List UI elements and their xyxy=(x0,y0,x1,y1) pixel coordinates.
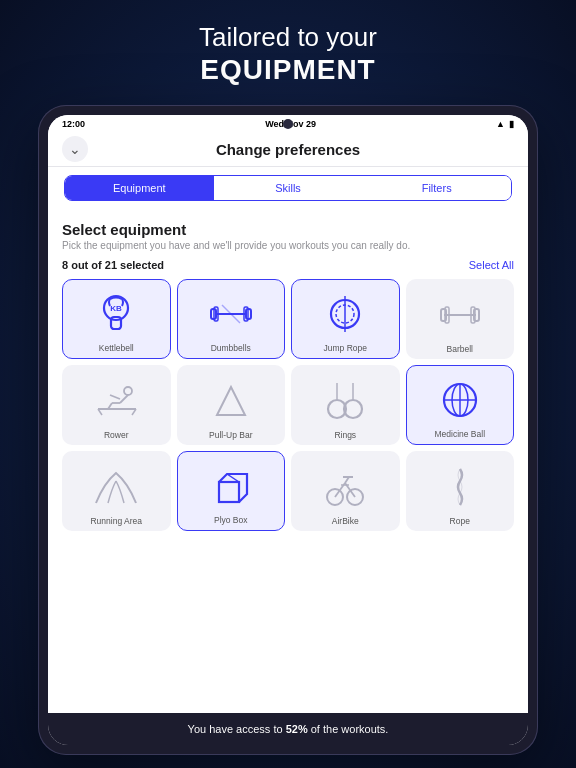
equipment-item-rope[interactable]: Rope xyxy=(406,451,515,531)
tab-equipment[interactable]: Equipment xyxy=(65,176,214,200)
tabs: Equipment Skills Filters xyxy=(64,175,512,201)
equipment-item-rower[interactable]: Rower xyxy=(62,365,171,445)
medicine-ball-icon xyxy=(435,375,485,425)
running-area-icon xyxy=(91,462,141,512)
header-title: Change preferences xyxy=(216,141,360,158)
bottom-text-after: of the workouts. xyxy=(308,723,389,735)
rower-icon xyxy=(91,376,141,426)
tab-filters[interactable]: Filters xyxy=(362,176,511,200)
barbell-icon xyxy=(435,290,485,340)
hero-line2: EQUIPMENT xyxy=(199,53,377,87)
pull-up-bar-label: Pull-Up Bar xyxy=(209,430,252,440)
dumbbells-label: Dumbbells xyxy=(211,343,251,353)
pull-up-bar-icon xyxy=(206,376,256,426)
jump-rope-label: Jump Rope xyxy=(324,343,367,353)
airbike-label: AirBike xyxy=(332,516,359,526)
svg-line-38 xyxy=(227,474,239,482)
running-area-label: Running Area xyxy=(90,516,142,526)
tablet-screen: 12:00 Wed Nov 29 ▲ ▮ ⌄ Change preference… xyxy=(48,115,528,745)
section-title: Select equipment xyxy=(62,221,514,238)
header: ⌄ Change preferences xyxy=(48,133,528,167)
rower-label: Rower xyxy=(104,430,129,440)
selection-count: 8 out of 21 selected xyxy=(62,259,164,271)
rope-label: Rope xyxy=(450,516,470,526)
svg-text:KB: KB xyxy=(110,304,122,313)
plyo-box-icon xyxy=(206,461,256,511)
equipment-item-airbike[interactable]: AirBike xyxy=(291,451,400,531)
equipment-item-medicine-ball[interactable]: Medicine Ball xyxy=(406,365,515,445)
tabs-container: Equipment Skills Filters xyxy=(48,167,528,211)
select-all-button[interactable]: Select All xyxy=(469,259,514,271)
svg-rect-35 xyxy=(219,482,239,502)
plyo-box-label: Plyo Box xyxy=(214,515,248,525)
content-area: Select equipment Pick the equipment you … xyxy=(48,211,528,713)
hero-line1: Tailored to your xyxy=(199,22,377,53)
kettlebell-icon: KB xyxy=(91,289,141,339)
section-description: Pick the equipment you have and we'll pr… xyxy=(62,240,514,251)
battery-icon: ▮ xyxy=(509,119,514,129)
jump-rope-icon xyxy=(320,289,370,339)
medicine-ball-label: Medicine Ball xyxy=(434,429,485,439)
equipment-grid: KB Kettlebell xyxy=(62,279,514,531)
equipment-item-rings[interactable]: Rings xyxy=(291,365,400,445)
status-time: 12:00 xyxy=(62,119,85,129)
barbell-label: Barbell xyxy=(447,344,473,354)
equipment-item-pull-up-bar[interactable]: Pull-Up Bar xyxy=(177,365,286,445)
wifi-icon: ▲ xyxy=(496,119,505,129)
bottom-percent: 52% xyxy=(286,723,308,735)
rope-icon xyxy=(435,462,485,512)
rings-label: Rings xyxy=(334,430,356,440)
svg-marker-25 xyxy=(217,387,245,415)
equipment-item-running-area[interactable]: Running Area xyxy=(62,451,171,531)
equipment-item-plyo-box[interactable]: Plyo Box xyxy=(177,451,286,531)
svg-line-18 xyxy=(120,395,128,403)
dumbbells-icon xyxy=(206,289,256,339)
selection-row: 8 out of 21 selected Select All xyxy=(62,259,514,271)
equipment-item-barbell[interactable]: Barbell xyxy=(406,279,515,359)
svg-point-17 xyxy=(124,387,132,395)
rings-icon xyxy=(320,376,370,426)
bottom-bar: You have access to 52% of the workouts. xyxy=(48,713,528,745)
airbike-icon xyxy=(320,462,370,512)
status-icons: ▲ ▮ xyxy=(496,119,514,129)
camera-notch xyxy=(283,119,293,129)
svg-line-21 xyxy=(110,395,120,399)
tablet-frame: 12:00 Wed Nov 29 ▲ ▮ ⌄ Change preference… xyxy=(38,105,538,755)
equipment-item-jump-rope[interactable]: Jump Rope xyxy=(291,279,400,359)
equipment-item-dumbbells[interactable]: Dumbbells xyxy=(177,279,286,359)
hero-section: Tailored to your EQUIPMENT xyxy=(199,22,377,87)
tab-skills[interactable]: Skills xyxy=(214,176,363,200)
equipment-item-kettlebell[interactable]: KB Kettlebell xyxy=(62,279,171,359)
bottom-text-before: You have access to xyxy=(188,723,286,735)
back-button[interactable]: ⌄ xyxy=(62,136,88,162)
kettlebell-label: Kettlebell xyxy=(99,343,134,353)
